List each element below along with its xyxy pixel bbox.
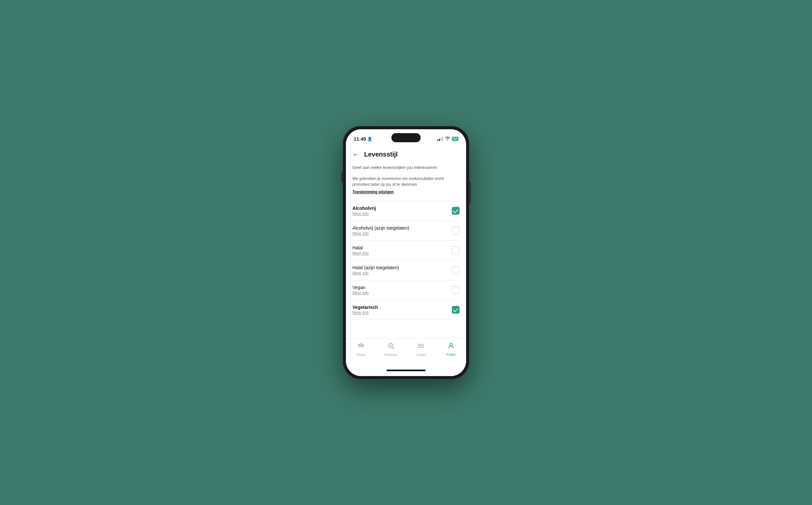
list-item[interactable]: Halal (azijn toegelaten) Meer info: [352, 261, 460, 280]
nav-item-lijstjes[interactable]: Lijstjes: [406, 342, 436, 357]
battery-badge: 62: [452, 137, 458, 141]
svg-point-0: [360, 344, 362, 346]
content-body: Geef aan welke levensstijlen jou interes…: [346, 165, 466, 320]
list-item[interactable]: Alcoholvrij (azijn toegelaten) Meer info: [352, 221, 460, 241]
list-item[interactable]: Vegan Meer info: [352, 280, 460, 300]
item-name: Vegetarisch: [352, 305, 378, 310]
dynamic-island: [391, 133, 421, 142]
item-name: Halal (azijn toegelaten): [352, 265, 399, 270]
item-info: Vegetarisch Meer info: [352, 305, 378, 315]
lijstjes-icon: [417, 342, 425, 352]
phone-device: 11:45 👤 62 ←: [343, 126, 469, 379]
item-more-info-link[interactable]: Meer info: [352, 311, 378, 315]
status-icons: 62: [437, 136, 458, 141]
nav-item-home[interactable]: Home: [346, 342, 376, 357]
back-button[interactable]: ←: [352, 151, 359, 158]
item-checkbox[interactable]: [452, 227, 460, 234]
item-info: Vegan Meer info: [352, 285, 369, 295]
item-more-info-link[interactable]: Meer info: [352, 251, 369, 256]
profiel-label: Profiel: [447, 353, 456, 357]
person-icon: 👤: [367, 137, 372, 141]
home-bar: [386, 370, 426, 371]
screen-content[interactable]: ← Levensstijl Geef aan welke levensstijl…: [346, 146, 466, 338]
home-label: Home: [357, 353, 365, 357]
item-checkbox[interactable]: [452, 246, 460, 254]
svg-point-10: [450, 343, 453, 346]
phone-screen: 11:45 👤 62 ←: [346, 129, 466, 376]
item-info: Halal (azijn toegelaten) Meer info: [352, 265, 399, 276]
bottom-nav: Home Winkelen: [346, 338, 466, 365]
signal-icon: [437, 137, 443, 141]
svg-point-1: [358, 345, 359, 346]
page-subtitle: Geef aan welke levensstijlen jou interes…: [352, 165, 460, 170]
page-title: Levensstijl: [364, 151, 397, 158]
item-checkbox[interactable]: [452, 286, 460, 294]
item-more-info-link[interactable]: Meer info: [352, 291, 369, 295]
profiel-icon: [447, 342, 455, 352]
item-name: Halal: [352, 245, 369, 250]
list-item[interactable]: Vegetarisch Meer info: [352, 300, 460, 320]
item-name: Alcoholvrij: [352, 205, 376, 211]
winkelen-icon: [387, 342, 395, 352]
item-name: Vegan: [352, 285, 369, 290]
item-more-info-link[interactable]: Meer info: [352, 231, 409, 236]
svg-line-4: [392, 347, 394, 349]
wifi-icon: [445, 136, 450, 141]
page-header: ← Levensstijl: [346, 146, 466, 162]
lijstjes-label: Lijstjes: [416, 353, 426, 357]
winkelen-label: Winkelen: [384, 353, 397, 357]
item-info: Alcoholvrij (azijn toegelaten) Meer info: [352, 225, 409, 236]
consent-link[interactable]: Toestemming wijzigen: [352, 190, 394, 194]
nav-item-profiel[interactable]: Profiel: [436, 342, 466, 357]
item-checkbox[interactable]: [452, 266, 460, 274]
consent-description: We gebruiken je voorkeuren om zoekresult…: [352, 176, 460, 187]
item-more-info-link[interactable]: Meer info: [352, 271, 399, 276]
time-display: 11:45: [354, 136, 366, 142]
home-icon: [357, 342, 365, 352]
item-name: Alcoholvrij (azijn toegelaten): [352, 225, 409, 230]
status-time: 11:45 👤: [354, 136, 372, 142]
nav-item-winkelen[interactable]: Winkelen: [376, 342, 406, 357]
item-info: Alcoholvrij Meer info: [352, 205, 376, 216]
list-item[interactable]: Alcoholvrij Meer info: [352, 201, 460, 221]
item-checkbox[interactable]: [452, 306, 460, 314]
lifestyle-list: Alcoholvrij Meer info Alcoholvrij (azijn…: [352, 201, 460, 320]
item-checkbox[interactable]: [452, 207, 460, 215]
list-item[interactable]: Halal Meer info: [352, 241, 460, 261]
item-more-info-link[interactable]: Meer info: [352, 211, 376, 216]
svg-point-2: [362, 345, 364, 346]
item-info: Halal Meer info: [352, 245, 369, 256]
home-indicator: [346, 365, 466, 376]
